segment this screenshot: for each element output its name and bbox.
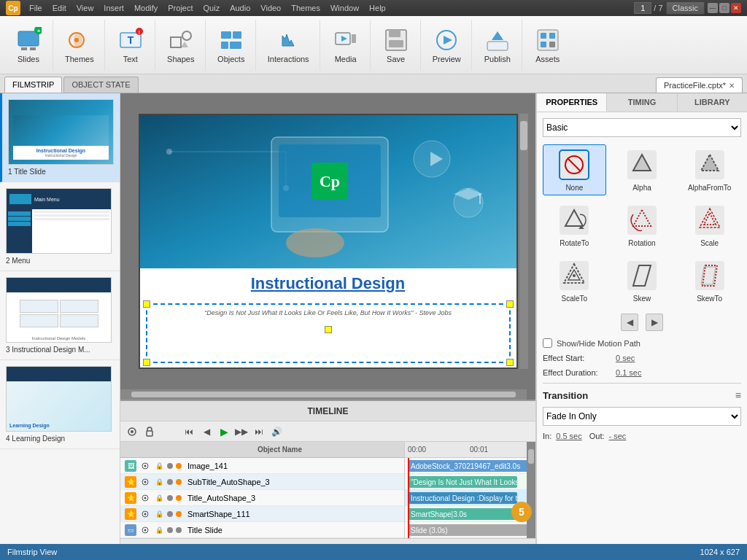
menu-file[interactable]: File <box>25 2 47 14</box>
tl-vis-icon[interactable] <box>139 460 151 472</box>
tl-vis-icon-2[interactable] <box>139 476 151 488</box>
out-value[interactable]: - sec <box>609 432 627 440</box>
motion-path-checkbox[interactable] <box>543 338 552 348</box>
basic-select[interactable]: Basic <box>543 118 741 137</box>
menu-insert[interactable]: Insert <box>99 2 128 14</box>
text-button[interactable]: T ! Text <box>112 24 149 66</box>
selection-handle-tr[interactable] <box>506 300 514 308</box>
tab-properties[interactable]: PROPERTIES <box>537 93 607 112</box>
menu-help[interactable]: Help <box>365 2 390 14</box>
preview-button[interactable]: Preview <box>428 24 465 66</box>
menu-quiz[interactable]: Quiz <box>199 2 225 14</box>
tab-object-state[interactable]: OBJECT STATE <box>63 77 138 93</box>
menu-audio[interactable]: Audio <box>225 2 255 14</box>
selection-handle-b[interactable] <box>325 326 332 333</box>
tl-bar-4[interactable]: SmartShape|3.0s <box>408 508 517 520</box>
menu-edit[interactable]: Edit <box>48 2 71 14</box>
menu-view[interactable]: View <box>72 2 98 14</box>
effect-next-button[interactable]: ▶ <box>646 314 663 331</box>
horizontal-scroll-thumb[interactable] <box>131 392 516 397</box>
tab-timing[interactable]: TIMING <box>607 93 677 112</box>
slide-thumb-2[interactable]: Main Menu <box>0 182 120 271</box>
slide-thumb-3[interactable]: Instructional Design Models 3 Instructio… <box>0 271 120 360</box>
tl-lock-icon-3[interactable]: 🔒 <box>154 493 164 503</box>
effect-rotation[interactable]: Rotation <box>611 200 674 251</box>
transition-select[interactable]: Fade In Only Fade Out Only Fade In and O… <box>543 407 741 426</box>
tl-row-smartshape[interactable]: ⭐ 🔒 SmartShape_111 <box>120 506 404 522</box>
minimize-button[interactable]: — <box>708 3 718 13</box>
file-tab[interactable]: PracticeFile.cptx* ✕ <box>656 77 743 93</box>
effect-start-value[interactable]: 0 sec <box>616 354 635 362</box>
effect-duration-value[interactable]: 0.1 sec <box>616 368 641 377</box>
effect-alphafromto[interactable]: AlphaFromTo <box>678 144 741 195</box>
tl-lock-icon[interactable]: 🔒 <box>154 461 164 471</box>
publish-button[interactable]: Publish <box>479 24 516 66</box>
timeline-header: TIMELINE <box>120 401 535 421</box>
maximize-button[interactable]: □ <box>719 3 729 13</box>
effect-scaleto[interactable]: ScaleTo <box>543 255 606 306</box>
tab-library[interactable]: LIBRARY <box>678 93 747 112</box>
tl-vis-icon-5[interactable] <box>139 524 151 536</box>
tl-row-title[interactable]: ⭐ 🔒 Title_AutoShape_3 <box>120 490 404 506</box>
save-button[interactable]: Save <box>378 24 414 66</box>
tl-vis-icon-3[interactable] <box>139 492 151 504</box>
slide-canvas[interactable]: Cp <box>139 114 518 369</box>
menu-themes[interactable]: Themes <box>287 2 325 14</box>
objects-button[interactable]: Objects <box>213 24 249 66</box>
media-button[interactable]: Media <box>328 24 364 66</box>
tl-bar-5[interactable]: Slide (3.0s) <box>408 524 527 536</box>
slide-thumb-4[interactable]: Learning Design 4 Learning Design <box>0 360 120 449</box>
effect-alpha[interactable]: Alpha <box>611 144 674 195</box>
effect-prev-button[interactable]: ◀ <box>621 314 638 331</box>
tl-bar-1[interactable]: AdobeStock_370219467_edit3.0s <box>408 460 527 472</box>
close-button[interactable]: ✕ <box>731 3 741 13</box>
transition-menu-icon[interactable]: ≡ <box>735 389 741 401</box>
play-button[interactable]: ▶ <box>217 424 231 439</box>
tl-bar-3[interactable]: Instructional Design :Display for the re… <box>408 492 517 504</box>
tl-vis-icon-4[interactable] <box>139 508 151 520</box>
file-close-icon[interactable]: ✕ <box>729 82 735 90</box>
tl-row-subtitle[interactable]: ⭐ 🔒 SubTitle_AutoShape_3 <box>120 474 404 490</box>
menu-video[interactable]: Video <box>256 2 285 14</box>
audio-button[interactable]: 🔊 <box>269 424 284 439</box>
assets-button[interactable]: Assets <box>530 24 566 66</box>
vertical-scroll-thumb[interactable] <box>520 121 527 150</box>
tab-filmstrip[interactable]: FILMSTRIP <box>4 77 62 93</box>
effect-start-row: Effect Start: 0 sec <box>543 354 741 362</box>
selection-handle-br[interactable] <box>506 359 514 366</box>
menu-bar[interactable]: File Edit View Insert Modify Project Qui… <box>25 2 390 14</box>
tl-name-5: Title Slide <box>187 526 400 534</box>
classic-button[interactable]: Classic <box>666 1 705 15</box>
menu-project[interactable]: Project <box>163 2 197 14</box>
effect-skew[interactable]: Skew <box>611 255 674 306</box>
go-end-button[interactable]: ⏭ <box>252 424 266 439</box>
horizontal-scrollbar[interactable] <box>120 389 527 400</box>
slides-button[interactable]: + Slides <box>10 24 47 66</box>
shapes-button[interactable]: Shapes <box>163 24 199 66</box>
slide-thumb-1[interactable]: Instructional Design Instructional Desig… <box>0 93 120 182</box>
interactions-button[interactable]: Interactions <box>263 24 314 66</box>
prev-frame-button[interactable]: ◀ <box>199 424 214 439</box>
effect-rotateto[interactable]: RotateTo <box>543 200 606 251</box>
tl-lock-icon-4[interactable]: 🔒 <box>154 509 164 519</box>
selection-handle-tl[interactable] <box>143 300 150 308</box>
tl-row-image141[interactable]: 🖼 🔒 Image_141 <box>120 458 404 474</box>
tl-lock-icon-5[interactable]: 🔒 <box>154 525 164 535</box>
page-input[interactable] <box>634 2 651 14</box>
vertical-scrollbar[interactable] <box>519 114 528 369</box>
tl-vertical-scroll[interactable] <box>527 442 535 538</box>
themes-button[interactable]: Themes <box>61 24 98 66</box>
selection-handle-bl[interactable] <box>143 359 150 366</box>
tl-v-scroll-thumb[interactable] <box>528 449 534 464</box>
menu-window[interactable]: Window <box>326 2 363 14</box>
menu-modify[interactable]: Modify <box>130 2 162 14</box>
tl-lock-icon-2[interactable]: 🔒 <box>154 477 164 487</box>
next-frame-button[interactable]: ▶▶ <box>234 424 249 439</box>
go-start-button[interactable]: ⏮ <box>182 424 196 439</box>
effect-skewto[interactable]: SkewTo <box>678 255 741 306</box>
effect-scale[interactable]: Scale <box>678 200 741 251</box>
tl-bar-2[interactable]: "Design Is Not Just What It Looks Like O… <box>408 476 517 488</box>
tl-row-slide[interactable]: ▭ 🔒 Title Slide <box>120 522 404 538</box>
in-value[interactable]: 0.5 sec <box>556 432 581 440</box>
effect-none[interactable]: None <box>543 144 606 195</box>
